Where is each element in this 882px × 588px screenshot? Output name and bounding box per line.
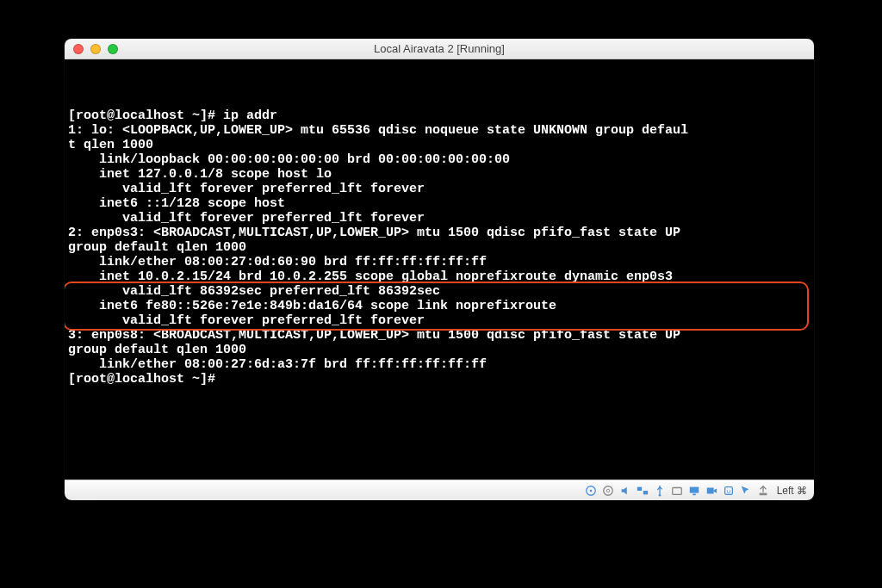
display-icon[interactable]	[687, 484, 701, 498]
svg-point-2	[603, 486, 612, 495]
host-key-label: Left ⌘	[777, 485, 807, 497]
terminal-output[interactable]: [root@localhost ~]# ip addr 1: lo: <LOOP…	[65, 59, 814, 480]
minimize-button[interactable]	[90, 44, 101, 54]
shared-folders-icon[interactable]	[670, 484, 684, 498]
network-icon[interactable]	[636, 484, 649, 498]
svg-point-6	[658, 493, 661, 496]
vm-statusbar: U Left ⌘	[65, 480, 814, 500]
usb-icon[interactable]	[653, 484, 667, 498]
zoom-button[interactable]	[108, 44, 118, 54]
keyboard-capture-icon[interactable]	[756, 484, 770, 498]
close-button[interactable]	[73, 44, 84, 54]
window-controls	[65, 44, 118, 54]
mouse-integration-icon[interactable]	[739, 484, 753, 498]
terminal-text: [root@localhost ~]# ip addr 1: lo: <LOOP…	[68, 108, 811, 387]
svg-rect-8	[689, 486, 699, 492]
svg-rect-9	[693, 493, 696, 495]
svg-point-1	[589, 489, 592, 492]
optical-drive-icon[interactable]	[584, 484, 598, 498]
window-title: Local Airavata 2 [Running]	[65, 42, 814, 55]
svg-point-3	[606, 489, 610, 492]
svg-rect-5	[643, 491, 648, 494]
recording-icon[interactable]	[705, 484, 718, 498]
hard-disk-icon[interactable]	[601, 484, 615, 498]
titlebar[interactable]: Local Airavata 2 [Running]	[65, 39, 814, 59]
cpu-icon[interactable]: U	[722, 484, 736, 498]
svg-rect-4	[637, 486, 642, 490]
svg-rect-7	[672, 487, 681, 494]
audio-icon[interactable]	[618, 484, 632, 498]
svg-rect-13	[759, 492, 767, 495]
vm-window: Local Airavata 2 [Running] [root@localho…	[65, 39, 814, 500]
svg-rect-10	[706, 487, 713, 493]
svg-text:U: U	[726, 487, 730, 493]
